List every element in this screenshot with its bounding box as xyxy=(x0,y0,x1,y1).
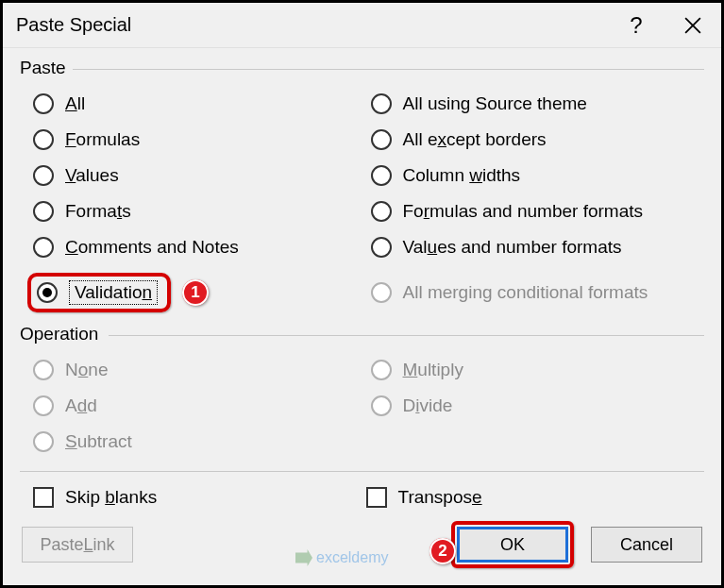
highlight-ok: OK xyxy=(451,521,574,568)
operation-group-label: Operation xyxy=(20,324,704,344)
radio-icon xyxy=(371,201,392,222)
radio-multiply: Multiply xyxy=(371,360,699,380)
cancel-button[interactable]: Cancel xyxy=(591,527,702,563)
radio-comments-notes[interactable]: Comments and Notes xyxy=(33,237,362,258)
checkbox-skip-blanks[interactable]: Skip blanks xyxy=(33,487,366,508)
radio-icon xyxy=(33,237,54,258)
radio-icon xyxy=(371,395,392,416)
radio-merge-conditional: All merging conditional formats xyxy=(371,273,699,312)
radio-icon xyxy=(371,282,392,303)
radio-icon xyxy=(371,237,392,258)
help-button[interactable]: ? xyxy=(608,3,665,48)
paste-group-label: Paste xyxy=(20,58,704,78)
close-button[interactable] xyxy=(665,3,721,48)
radio-icon xyxy=(33,201,54,222)
radio-none: None xyxy=(33,360,362,380)
radio-values-number-formats[interactable]: Values and number formats xyxy=(371,237,699,258)
radio-all[interactable]: All xyxy=(33,93,362,114)
radio-values[interactable]: Values xyxy=(33,165,362,186)
ok-button[interactable]: OK xyxy=(457,527,568,563)
close-icon xyxy=(684,17,701,34)
radio-subtract: Subtract xyxy=(33,431,362,452)
callout-2: 2 xyxy=(429,538,456,564)
paste-options: All All using Source theme Formulas All … xyxy=(20,84,704,324)
divider xyxy=(20,471,704,472)
button-row: Paste Link OK Cancel xyxy=(20,515,704,568)
radio-column-widths[interactable]: Column widths xyxy=(371,165,699,186)
radio-icon xyxy=(371,93,392,114)
paste-special-dialog: Paste Special ? Paste All All using Sour… xyxy=(0,0,724,588)
checkbox-transpose[interactable]: Transpose xyxy=(366,487,699,508)
radio-icon xyxy=(371,360,392,380)
highlight-validation: Validation xyxy=(27,273,171,312)
radio-icon xyxy=(33,129,54,150)
radio-add: Add xyxy=(33,395,362,416)
radio-icon xyxy=(37,282,58,303)
checkbox-icon xyxy=(366,487,387,508)
titlebar: Paste Special ? xyxy=(3,3,721,48)
radio-except-borders[interactable]: All except borders xyxy=(371,129,699,150)
radio-icon xyxy=(33,360,54,380)
radio-icon xyxy=(371,165,392,186)
dialog-title: Paste Special xyxy=(16,14,131,36)
radio-formulas-number-formats[interactable]: Formulas and number formats xyxy=(371,201,699,222)
operation-options: None Multiply Add Divide Subtract xyxy=(20,350,704,463)
radio-formulas[interactable]: Formulas xyxy=(33,129,362,150)
radio-icon xyxy=(33,395,54,416)
radio-validation[interactable]: Validation xyxy=(37,280,158,305)
checkbox-row: Skip blanks Transpose xyxy=(20,485,704,515)
callout-1: 1 xyxy=(182,279,209,306)
radio-source-theme[interactable]: All using Source theme xyxy=(371,93,699,114)
checkbox-icon xyxy=(33,487,54,508)
radio-divide: Divide xyxy=(371,395,699,416)
paste-link-button: Paste Link xyxy=(22,527,133,563)
radio-icon xyxy=(33,165,54,186)
radio-icon xyxy=(371,129,392,150)
radio-icon xyxy=(33,431,54,452)
radio-formats[interactable]: Formats xyxy=(33,201,362,222)
radio-icon xyxy=(33,93,54,114)
